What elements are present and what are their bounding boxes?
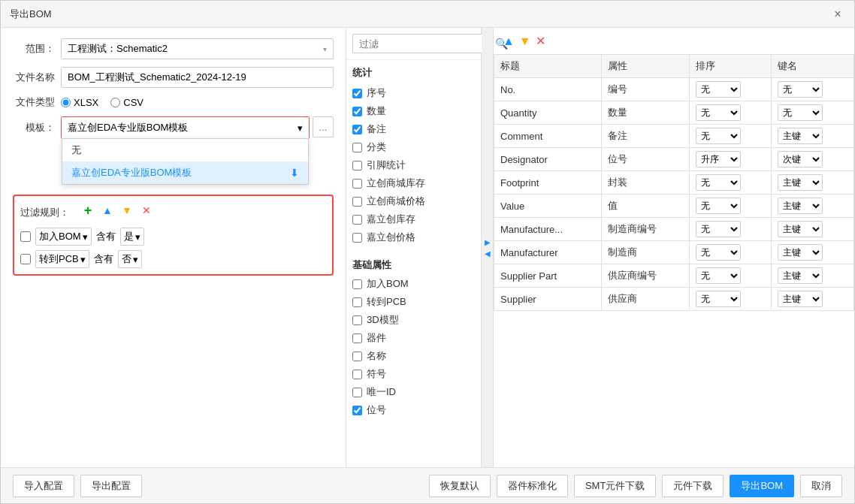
toggle-column[interactable]: ▶ ◀ [482,28,494,467]
template-menu-item-jlceda[interactable]: 嘉立创EDA专业版BOM模板 ⬇ [62,161,308,184]
basic-item-6[interactable]: 唯一ID [352,383,475,401]
key-select-4[interactable]: 主键无次键 [778,174,823,191]
stat-item-0[interactable]: 序号 [352,84,475,102]
stat-item-1[interactable]: 数量 [352,102,475,120]
table: 标题 属性 排序 键名 No. 编号 无升序降序 [494,54,854,311]
filter-down-button[interactable]: ▼ [119,202,135,219]
basic-item-1[interactable]: 转到PCB [352,293,475,311]
csv-radio-item[interactable]: CSV [110,97,144,108]
basic-checkbox-2[interactable] [352,315,362,325]
cell-property-des: 位号 [601,148,689,171]
export-bom-button[interactable]: 导出BOM [730,475,794,497]
basic-item-7[interactable]: 位号 [352,401,475,419]
right-delete-button[interactable]: ✕ [536,34,545,48]
filter-add-button[interactable]: + [80,202,96,219]
basic-item-5[interactable]: 符号 [352,365,475,383]
basic-item-4[interactable]: 名称 [352,347,475,365]
close-button[interactable]: × [830,7,845,22]
stat-checkbox-0[interactable] [352,89,362,98]
template-menu-item-none[interactable]: 无 [62,139,308,161]
middle-filter-input[interactable] [352,34,492,53]
sort-select-4[interactable]: 无升序降序 [696,174,741,191]
stat-checkbox-5[interactable] [352,179,362,189]
stat-item-3[interactable]: 分类 [352,138,475,156]
basic-checkbox-7[interactable] [352,406,362,415]
key-select-6[interactable]: 主键无次键 [778,221,823,237]
right-toolbar: ▲ ▼ ✕ [494,28,854,54]
move-down-button[interactable]: ▼ [519,35,531,48]
basic-checkbox-0[interactable] [352,279,362,289]
sort-select-8[interactable]: 无升序降序 [696,267,741,284]
basic-checkbox-3[interactable] [352,333,362,343]
restore-default-button[interactable]: 恢复默认 [429,475,491,497]
key-select-5[interactable]: 主键无次键 [778,198,823,214]
sort-select-6[interactable]: 无升序降序 [696,221,741,237]
filter-rules-section-wrapper: 过滤规则： + ▲ ▼ ✕ 加入BOM ▾ [13,192,334,276]
filter-row-1-tag[interactable]: 加入BOM ▾ [35,228,92,246]
template-dropdown[interactable]: 嘉立创EDA专业版BOM模板 ▾ 无 嘉立创EDA专业版BOM模板 ⬇ [61,116,310,139]
cell-key-mfgn: 主键无次键 [772,218,854,241]
cancel-button[interactable]: 取消 [800,475,842,497]
filter-delete-button[interactable]: ✕ [138,202,155,219]
stat-item-5[interactable]: 立创商城库存 [352,174,475,192]
stat-checkbox-2[interactable] [352,125,362,134]
stat-checkbox-6[interactable] [352,197,362,207]
sort-select-2[interactable]: 无升序降序 [696,128,741,144]
stat-checkbox-8[interactable] [352,233,362,243]
sort-select-3[interactable]: 升序无降序 [696,151,741,167]
xlsx-radio[interactable] [61,98,71,107]
basic-checkbox-4[interactable] [352,352,362,361]
stat-item-2[interactable]: 备注 [352,120,475,138]
filter-row-2-checkbox[interactable] [20,254,31,264]
download-icon[interactable]: ⬇ [290,167,299,179]
key-select-7[interactable]: 主键无次键 [778,244,823,261]
xlsx-radio-item[interactable]: XLSX [61,97,98,108]
sort-select-7[interactable]: 无升序降序 [696,244,741,261]
filter-up-button[interactable]: ▲ [99,202,116,219]
smt-download-button[interactable]: SMT元件下载 [574,475,656,497]
key-select-9[interactable]: 主键无次键 [778,291,823,307]
stat-item-8[interactable]: 嘉立创价格 [352,228,475,246]
csv-radio[interactable] [110,98,120,107]
template-select-box[interactable]: 嘉立创EDA专业版BOM模板 ▾ [62,117,309,138]
move-up-button[interactable]: ▲ [503,35,515,48]
cell-title-des: Designator [494,148,602,171]
basic-checkbox-5[interactable] [352,370,362,379]
basic-item-3[interactable]: 器件 [352,329,475,347]
basic-item-0[interactable]: 加入BOM [352,275,475,293]
stat-item-7[interactable]: 嘉立创库存 [352,210,475,228]
sort-select-9[interactable]: 无升序降序 [696,291,741,307]
stat-checkbox-3[interactable] [352,143,362,152]
filter-row-2: 转到PCB ▾ 含有 否 ▾ [20,250,326,268]
basic-checkbox-6[interactable] [352,388,362,397]
key-select-0[interactable]: 无主键次键 [778,81,823,98]
component-standard-button[interactable]: 器件标准化 [497,475,568,497]
filter-row-2-tag[interactable]: 转到PCB ▾ [35,250,89,268]
stat-checkbox-1[interactable] [352,107,362,116]
key-select-3[interactable]: 无主键次键 [778,151,823,167]
filter-row-1-checkbox[interactable] [20,231,31,242]
range-select[interactable]: 工程测试：Schematic2 ▾ [61,38,334,59]
template-more-button[interactable]: ... [313,116,334,137]
sort-select-1[interactable]: 无升序降序 [696,104,741,121]
stat-checkbox-7[interactable] [352,215,362,225]
component-download-button[interactable]: 元件下载 [662,475,724,497]
key-select-2[interactable]: 主键无次键 [778,128,823,144]
key-select-1[interactable]: 无主键次键 [778,104,823,121]
basic-checkbox-1[interactable] [352,297,362,307]
sort-select-0[interactable]: 无升序降序 [696,81,741,98]
right-panel: ▲ ▼ ✕ 标题 属性 排序 键名 N [494,28,854,467]
export-config-button[interactable]: 导出配置 [80,475,142,497]
stat-item-6[interactable]: 立创商城价格 [352,192,475,210]
import-config-button[interactable]: 导入配置 [13,475,74,497]
filter-row-1-value[interactable]: 是 ▾ [120,228,144,246]
sort-select-5[interactable]: 无升序降序 [696,198,741,214]
filename-input[interactable] [61,67,334,88]
stat-item-4[interactable]: 引脚统计 [352,156,475,174]
stat-checkbox-4[interactable] [352,161,362,171]
filter-row-2-value[interactable]: 否 ▾ [118,250,142,268]
basic-item-2[interactable]: 3D模型 [352,311,475,329]
key-select-8[interactable]: 主键无次键 [778,267,823,284]
template-value: 嘉立创EDA专业版BOM模板 [68,121,188,134]
basic-label-2: 3D模型 [367,313,399,327]
